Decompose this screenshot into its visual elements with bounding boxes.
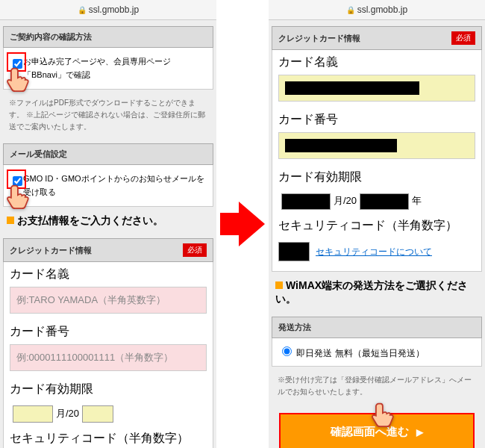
ship-note: ※受け付け完了は「登録受付確認メールアドレス」へメールでお知らせいたします。	[272, 367, 482, 405]
required-badge: 必須	[183, 243, 207, 257]
card-name-input[interactable]: 例:TARO YAMADA（半角英数字）	[10, 287, 207, 314]
sec-link[interactable]: セキュリティコードについて	[316, 246, 432, 258]
sec-input[interactable]	[278, 242, 310, 261]
expiry-month[interactable]	[13, 405, 53, 423]
sec-label: セキュリティコード（半角数字）	[272, 214, 481, 238]
sec-label: セキュリティコード（半角数字）	[4, 426, 213, 448]
checkbox-confirm-label: お申込み完了ページや、会員専用ページ「BBnavi」で確認	[23, 57, 171, 79]
ship-radio[interactable]	[282, 346, 292, 356]
checkbox-mail-label: GMO ID・GMOポイントからのお知らせメールを受け取る	[23, 174, 204, 196]
card-num-label: カード番号	[272, 108, 481, 132]
expiry-label: カード有効期限	[4, 377, 213, 402]
arrow-icon	[216, 0, 269, 448]
cc-header: クレジットカード情報必須	[3, 238, 213, 262]
expiry-year[interactable]	[360, 193, 409, 210]
payment-heading: お支払情報をご入力ください。	[3, 207, 213, 235]
confirm-note: ※ファイルはPDF形式でダウンロードすることができます。 ※上記ページで確認され…	[3, 90, 213, 140]
card-num-input[interactable]	[278, 132, 475, 159]
checkbox-mail[interactable]	[13, 176, 22, 186]
section-confirm: ご契約内容の確認方法	[3, 26, 213, 48]
cc-header: クレジットカード情報必須	[272, 26, 482, 50]
card-num-input[interactable]: 例:0000111100001111（半角数字）	[10, 344, 207, 371]
card-name-input[interactable]	[278, 75, 475, 102]
expiry-label: カード有効期限	[272, 165, 481, 190]
card-name-label: カード名義	[272, 50, 481, 75]
card-name-label: カード名義	[4, 262, 213, 287]
required-badge: 必須	[451, 31, 475, 45]
submit-button[interactable]: 確認画面へ進む	[279, 413, 475, 448]
card-num-label: カード番号	[4, 320, 213, 344]
ship-heading: WiMAX端末の発送方法をご選択ください。	[272, 272, 482, 314]
url-bar: ssl.gmobb.jp	[269, 0, 485, 20]
checkbox-confirm[interactable]	[13, 59, 22, 69]
ship-option: 即日発送 無料（最短当日発送）	[296, 348, 424, 358]
ship-header: 発送方法	[272, 317, 482, 338]
expiry-month[interactable]	[281, 193, 331, 210]
url-bar: ssl.gmobb.jp	[0, 0, 216, 20]
expiry-year[interactable]	[82, 405, 113, 423]
section-mail: メール受信設定	[3, 143, 213, 165]
